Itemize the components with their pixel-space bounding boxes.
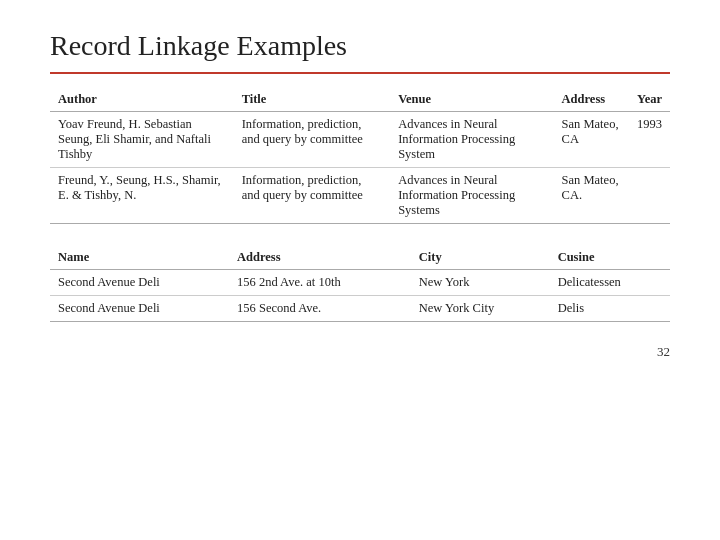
col-title: Title [234,88,391,112]
restaurants-table: Name Address City Cusine Second Avenue D… [50,246,670,322]
cell-address: 156 Second Ave. [229,296,411,322]
papers-table-section: Author Title Venue Address Year Yoav Fre… [50,88,670,224]
page: Record Linkage Examples Author Title Ven… [0,0,720,380]
cell-city: New York [411,270,550,296]
page-title: Record Linkage Examples [50,30,670,62]
cell-cusine: Delicatessen [550,270,670,296]
table-row: Second Avenue Deli156 2nd Ave. at 10thNe… [50,270,670,296]
cell-address: San Mateo, CA [554,112,629,168]
col-venue: Venue [390,88,553,112]
col-address: Address [554,88,629,112]
page-number: 32 [50,344,670,360]
col-address2: Address [229,246,411,270]
cell-year [629,168,670,224]
title-divider [50,72,670,74]
papers-table-header-row: Author Title Venue Address Year [50,88,670,112]
restaurants-table-section: Name Address City Cusine Second Avenue D… [50,246,670,322]
cell-venue: Advances in Neural Information Processin… [390,112,553,168]
table-row: Yoav Freund, H. Sebastian Seung, Eli Sha… [50,112,670,168]
restaurants-table-header-row: Name Address City Cusine [50,246,670,270]
papers-table: Author Title Venue Address Year Yoav Fre… [50,88,670,224]
col-name: Name [50,246,229,270]
cell-year: 1993 [629,112,670,168]
col-cusine: Cusine [550,246,670,270]
table-row: Freund, Y., Seung, H.S., Shamir, E. & Ti… [50,168,670,224]
col-author: Author [50,88,234,112]
cell-cusine: Delis [550,296,670,322]
cell-address: San Mateo, CA. [554,168,629,224]
col-city: City [411,246,550,270]
cell-title: Information, prediction, and query by co… [234,168,391,224]
cell-author: Yoav Freund, H. Sebastian Seung, Eli Sha… [50,112,234,168]
table-row: Second Avenue Deli156 Second Ave.New Yor… [50,296,670,322]
col-year: Year [629,88,670,112]
cell-name: Second Avenue Deli [50,270,229,296]
cell-author: Freund, Y., Seung, H.S., Shamir, E. & Ti… [50,168,234,224]
cell-title: Information, prediction, and query by co… [234,112,391,168]
cell-city: New York City [411,296,550,322]
cell-name: Second Avenue Deli [50,296,229,322]
cell-venue: Advances in Neural Information Processin… [390,168,553,224]
cell-address: 156 2nd Ave. at 10th [229,270,411,296]
